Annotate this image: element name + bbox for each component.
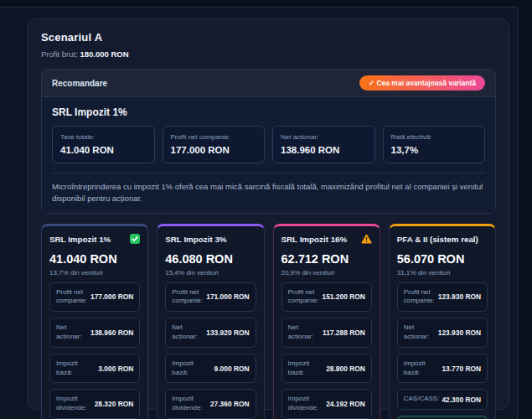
gross-profit-label: Profit brut: — [41, 49, 78, 59]
detail-row: Net acționar:138.960 RON — [49, 318, 140, 348]
card-percent-of-revenue: 31,1% din venituri — [397, 269, 488, 277]
stat-box-rata-efectiva: Rată efectivă: 13,7% — [383, 126, 486, 163]
check-icon: ✓ — [369, 79, 374, 87]
detail-row: Net acționar:117.288 RON — [281, 318, 372, 348]
row-value: 177.000 RON — [90, 292, 133, 301]
row-value: 9.000 RON — [214, 365, 250, 373]
recommendation-description: Microîntreprinderea cu impozit 1% oferă … — [52, 173, 485, 204]
card-total-tax-amount: 46.080 RON — [165, 252, 256, 266]
row-label: Impozit bază: — [56, 360, 96, 378]
card-title: SRL Impozit 3% — [165, 235, 226, 244]
row-value: 27.360 RON — [210, 400, 250, 408]
stat-value: 13,7% — [391, 145, 478, 155]
recommended-option-title: SRL Impozit 1% — [52, 106, 485, 118]
gross-profit-value: 180.000 RON — [80, 49, 128, 59]
detail-row: Net acționar:133.920 RON — [165, 318, 256, 348]
recommendation-stats: Taxe totale: 41.040 RON Profit net compa… — [52, 126, 485, 163]
warning-icon — [361, 234, 372, 244]
check-icon — [130, 234, 140, 244]
row-label: Profit net companie: — [56, 288, 88, 307]
detail-row: Impozit bază:13.770 RON — [397, 354, 488, 384]
row-value: 3.000 RON — [98, 365, 133, 373]
detail-row: Impozit dividende:27.360 RON — [165, 389, 256, 419]
row-value: 133.920 RON — [206, 328, 249, 337]
card-title: SRL Impozit 1% — [49, 235, 111, 244]
row-value: 24.192 RON — [326, 400, 365, 408]
row-label: Net acționar: — [404, 323, 436, 342]
card-title: SRL Impozit 16% — [281, 235, 348, 244]
recommendation-panel: Recomandare ✓ Cea mai avantajoasă varian… — [41, 69, 496, 214]
row-value: 42.300 RON — [442, 396, 481, 404]
scenario-card: SRL Impozit 3%46.080 RON15,4% din venitu… — [157, 224, 264, 419]
row-label: Net acționar: — [288, 323, 321, 342]
detail-row: Impozit dividende:28.320 RON — [49, 389, 140, 419]
row-label: Impozit bază: — [288, 360, 324, 378]
page-title: Scenariul A — [41, 31, 496, 44]
stat-label: Taxe totale: — [60, 133, 147, 141]
gross-profit-line: Profit brut: 180.000 RON — [41, 49, 496, 59]
scenario-card: SRL Impozit 1%41.040 RON13,7% din venitu… — [41, 224, 148, 419]
card-title: PFA & II (sistem real) — [397, 235, 478, 244]
card-percent-of-revenue: 15,4% din venituri — [165, 269, 256, 277]
recommendation-header: Recomandare ✓ Cea mai avantajoasă varian… — [42, 70, 495, 97]
detail-row: Impozit bază:3.000 RON — [49, 354, 140, 384]
row-value: 171.000 RON — [206, 292, 249, 301]
row-value: 151.200 RON — [323, 292, 365, 301]
detail-row: Net acționar:123.930 RON — [397, 318, 488, 348]
detail-row: Impozit bază:28.800 RON — [281, 354, 372, 384]
card-percent-of-revenue: 13,7% din venituri — [49, 269, 140, 277]
row-label: Impozit dividende: — [172, 395, 208, 413]
scenario-card: PFA & II (sistem real)56.070 RON31,1% di… — [389, 224, 496, 419]
stat-value: 41.040 RON — [60, 145, 147, 155]
card-header: SRL Impozit 16% — [281, 234, 372, 245]
row-value: 28.320 RON — [95, 400, 134, 408]
row-label: Net acționar: — [56, 323, 88, 342]
card-header: SRL Impozit 1% — [49, 234, 140, 245]
card-total-tax-amount: 41.040 RON — [49, 252, 140, 266]
stat-label: Profit net companie: — [171, 133, 257, 141]
card-header: PFA & II (sistem real) — [397, 234, 488, 245]
stat-box-profit-net: Profit net companie: 177.000 RON — [163, 126, 266, 163]
card-percent-of-revenue: 20,9% din venituri — [281, 269, 372, 277]
detail-row: Profit net companie:171.000 RON — [165, 282, 256, 313]
scenario-card: SRL Impozit 16%62.712 RON20,9% din venit… — [273, 224, 380, 419]
row-label: Profit net companie: — [172, 288, 204, 307]
detail-row: Impozit bază:9.000 RON — [165, 354, 256, 384]
stat-value: 138.960 RON — [281, 145, 367, 155]
row-value: 13.770 RON — [442, 365, 481, 373]
recommendation-body: SRL Impozit 1% Taxe totale: 41.040 RON P… — [42, 97, 495, 213]
row-value: 138.960 RON — [90, 328, 133, 337]
card-total-tax-amount: 62.712 RON — [281, 252, 372, 266]
best-option-badge: ✓ Cea mai avantajoasă variantă — [359, 75, 485, 91]
savings-row: Economii vs. max:6.642 RON — [397, 416, 488, 419]
row-value: 28.800 RON — [326, 365, 365, 373]
detail-row: Profit net companie:123.930 RON — [397, 282, 488, 313]
detail-row: Profit net companie:151.200 RON — [281, 282, 372, 313]
stat-value: 177.000 RON — [171, 145, 257, 155]
cards-grid: SRL Impozit 1%41.040 RON13,7% din venitu… — [41, 224, 496, 419]
row-label: Impozit dividende: — [288, 395, 324, 413]
row-value: 123.930 RON — [438, 292, 481, 301]
detail-row: Profit net companie:177.000 RON — [49, 282, 140, 313]
card-total-tax-amount: 56.070 RON — [397, 252, 488, 266]
badge-label: Cea mai avantajoasă variantă — [376, 79, 476, 87]
row-label: Profit net companie: — [288, 288, 320, 307]
row-value: 123.930 RON — [438, 328, 481, 337]
stat-box-net-actionar: Net acționar: 138.960 RON — [272, 126, 375, 163]
row-label: Impozit dividende: — [56, 395, 92, 413]
detail-row: Impozit dividende:24.192 RON — [281, 389, 372, 419]
row-label: Profit net companie: — [404, 288, 436, 307]
row-label: Net acționar: — [172, 323, 204, 342]
row-label: Impozit bază: — [172, 360, 211, 378]
detail-row: CAS/CASS:42.300 RON — [397, 389, 488, 410]
row-label: CAS/CASS: — [404, 395, 440, 404]
stat-label: Net acționar: — [281, 133, 367, 141]
stat-label: Rată efectivă: — [391, 133, 478, 141]
row-value: 117.288 RON — [323, 328, 365, 337]
stat-box-taxe-totale: Taxe totale: 41.040 RON — [52, 126, 155, 163]
scenario-panel: Scenariul A Profit brut: 180.000 RON Rec… — [28, 18, 509, 410]
row-label: Impozit bază: — [404, 360, 440, 378]
recommendation-section-label: Recomandare — [52, 79, 107, 88]
card-header: SRL Impozit 3% — [165, 234, 256, 245]
